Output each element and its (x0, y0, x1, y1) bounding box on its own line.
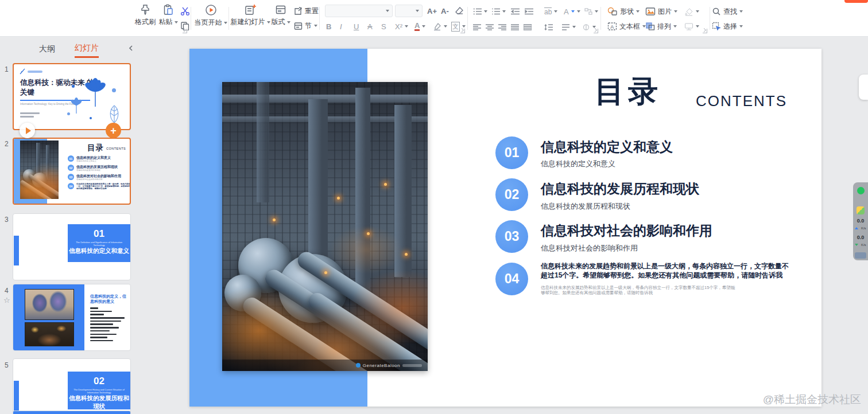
contents-item-desc[interactable]: 信息科技未来的发展趋势和前景以上是一级大纲，每条内容独立一行，文字数量不超过15… (541, 285, 737, 295)
bullets-button[interactable] (473, 5, 487, 18)
mini-body-title: 信息科技的定义，信息科技的意义 (90, 294, 127, 304)
contents-item-desc[interactable]: 信息科技的发展历程和现状 (541, 201, 630, 212)
chevron-down-icon (444, 25, 447, 28)
section-button[interactable]: 节 (294, 19, 317, 32)
font-size-select[interactable] (395, 5, 423, 17)
presenter-view-button[interactable] (684, 20, 699, 33)
mini-item-desc: 信息科技对社会的影响和作用 (76, 178, 128, 181)
monitor-handle[interactable] (855, 252, 866, 259)
smartart-convert-button[interactable] (584, 5, 598, 18)
slides-group: 新建幻灯片 版式 重置 (232, 0, 318, 37)
play-from-current-button[interactable]: 当页开始 (193, 4, 228, 28)
chevron-down-icon (595, 10, 598, 13)
layout-label: 版式 (272, 17, 285, 27)
picture-button[interactable]: 图片 (645, 5, 677, 18)
decrease-indent-button[interactable] (511, 5, 520, 18)
play-slide-button[interactable] (20, 123, 35, 138)
text-direction-button[interactable]: A (564, 5, 580, 18)
download-arrow-icon (855, 244, 858, 246)
chevron-down-icon (502, 10, 506, 13)
numbering-button[interactable] (491, 5, 506, 18)
side-tools-flyout[interactable] (859, 75, 868, 100)
increase-indent-button[interactable] (525, 5, 533, 18)
mini-item-title: 信息科技未来的发展趋势和前景以上是一级大纲，每条内容独立一行，文字数量不超过15… (76, 183, 131, 190)
slide-thumbnail-3[interactable]: 01 The Definition and Significance of In… (13, 213, 131, 280)
contents-item-desc[interactable]: 信息科技对社会的影响和作用 (541, 243, 638, 253)
format-painter-label: 格式刷 (135, 17, 156, 27)
italic-button[interactable]: I (340, 20, 342, 33)
align-center-button[interactable] (486, 21, 494, 33)
find-label: 查找 (723, 7, 737, 17)
underline-button[interactable]: U (354, 20, 359, 33)
change-case-button[interactable]: ab (544, 5, 557, 18)
shapes-button[interactable]: 形状 (607, 5, 640, 18)
align-right-button[interactable] (498, 21, 506, 33)
line-spacing-button[interactable] (544, 21, 553, 33)
distribute-button[interactable] (524, 21, 532, 33)
font-family-select[interactable] (325, 5, 393, 17)
font-color-button[interactable]: A (414, 20, 425, 33)
shrink-font-button[interactable]: A- (441, 5, 449, 17)
contents-item-title[interactable]: 信息科技未来的发展趋势和前景以上是一级大纲，每条内容独立一行，文字数量不超过15… (541, 261, 789, 280)
slide-thumbnail-5[interactable]: 02 The Development History and Current S… (13, 358, 131, 414)
grow-font-button[interactable]: A+ (427, 5, 437, 17)
textbox-button[interactable]: A 文本框 (607, 20, 646, 33)
collapse-panel-icon[interactable] (127, 44, 134, 50)
dialog-launcher-icon[interactable] (594, 29, 598, 33)
justify-button[interactable] (511, 21, 519, 33)
slide-thumbnail-4[interactable]: 信息科技的定义，信息科技的意义 (13, 284, 131, 351)
clear-format-button[interactable] (455, 5, 464, 17)
arrange-button[interactable]: 排列 (645, 20, 677, 33)
reset-button[interactable]: 重置 (294, 5, 319, 17)
chevron-down-icon (577, 10, 580, 13)
format-painter-button[interactable]: 格式刷 (132, 4, 158, 27)
slide-thumbnail-6-peek[interactable] (13, 411, 131, 414)
contents-item-number[interactable]: 01 (495, 136, 528, 169)
layout-button[interactable]: 版式 (270, 4, 292, 27)
dialog-launcher-icon[interactable] (703, 29, 707, 33)
superscript-button[interactable]: X² (395, 20, 408, 33)
watermark-extra-placeholder (402, 364, 422, 367)
contents-item-number[interactable]: 03 (495, 220, 528, 253)
slide-thumbnail-2[interactable]: 目录 CONTENTS 01 信息科技的定义和意义 信息科技的定义和意义 02 … (13, 138, 131, 205)
play-icon (205, 4, 217, 16)
industrial-photo[interactable]: GenerateBaloon (222, 82, 428, 371)
textbox-label: 文本框 (619, 22, 640, 32)
contents-item-number[interactable]: 02 (495, 178, 528, 211)
contents-item-title[interactable]: 信息科技对社会的影响和作用 (541, 222, 712, 240)
text-shadow-button[interactable]: S (381, 20, 386, 33)
slide-thumbnail-1[interactable]: 信息科技：驱动未来 的关键 Information Technology: Ke… (13, 63, 131, 130)
dialog-launcher-icon[interactable] (183, 29, 187, 33)
tab-outline[interactable]: 大纲 (39, 44, 55, 57)
add-slide-button[interactable]: + (106, 123, 121, 138)
chevron-down-icon (422, 25, 425, 28)
bold-icon: B (326, 22, 331, 31)
mini-slide-subtitle: CONTENTS (106, 147, 126, 150)
fill-color-button[interactable] (684, 5, 699, 18)
download-unit: K/s (861, 243, 866, 247)
slide-title[interactable]: 目录 (595, 72, 661, 112)
contents-item-title[interactable]: 信息科技的定义和意义 (541, 138, 673, 156)
tab-slides[interactable]: 幻灯片 (75, 43, 99, 58)
dialog-launcher-icon[interactable] (460, 29, 465, 33)
contents-item-desc[interactable]: 信息科技的定义和意义 (541, 159, 615, 169)
contents-item-title[interactable]: 信息科技的发展历程和现状 (541, 180, 699, 198)
chevron-down-icon (484, 10, 487, 13)
contents-item-number[interactable]: 04 (495, 263, 528, 295)
network-monitor-widget[interactable]: 0.0 K/s 0.0 K/s (853, 182, 868, 260)
slide-subtitle[interactable]: CONTENTS (696, 92, 787, 110)
align-right-icon (498, 24, 506, 30)
select-button[interactable]: 选择 (712, 20, 743, 33)
align-left-button[interactable] (473, 21, 481, 33)
paste-button[interactable]: 粘贴 (157, 4, 179, 27)
find-button[interactable]: 查找 (712, 5, 743, 18)
new-slide-button[interactable]: 新建幻灯片 (232, 4, 269, 27)
cut-button[interactable] (180, 5, 190, 17)
favorite-star-icon[interactable]: ☆ (3, 296, 10, 304)
bold-button[interactable]: B (326, 20, 331, 33)
highlight-button[interactable] (433, 20, 447, 33)
play-from-current-label: 当页开始 (195, 18, 222, 28)
strikethrough-button[interactable]: A (367, 20, 373, 33)
slide-canvas[interactable]: GenerateBaloon 目录 CONTENTS 01 信息科技的定义和意义… (189, 49, 822, 407)
paragraph-spacing-button[interactable] (561, 21, 576, 33)
